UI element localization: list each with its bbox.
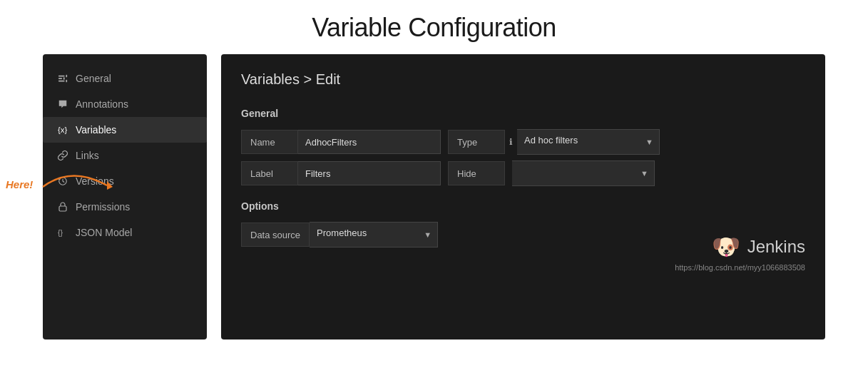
general-form-row-1: Name Type ℹ Ad hoc filters ▼ — [241, 129, 805, 155]
sidebar-item-permissions-label: Permissions — [76, 201, 130, 213]
sidebar-item-links-label: Links — [76, 150, 99, 161]
here-arrow — [36, 173, 121, 201]
svg-rect-7 — [59, 206, 66, 211]
sidebar-item-links[interactable]: Links — [43, 143, 207, 168]
here-annotation: Here! — [6, 178, 33, 190]
hide-select-value — [512, 161, 654, 185]
datasource-label: Data source — [241, 223, 310, 247]
link-icon — [57, 150, 68, 161]
type-select-value: Ad hoc filters — [517, 130, 659, 154]
label-field-row: Label — [241, 160, 441, 186]
general-form-grid: Name Type ℹ Ad hoc filters ▼ — [241, 129, 805, 186]
bottom-url: https://blog.csdn.net/myy1066883508 — [675, 263, 805, 272]
svg-marker-9 — [107, 181, 113, 190]
content-area: General Annotations {x} Variables — [0, 54, 868, 340]
jenkins-branding: 🐶 Jenkins https://blog.csdn.net/myy10668… — [675, 222, 805, 272]
svg-rect-3 — [66, 75, 67, 78]
datasource-select-value: Prometheus — [310, 223, 437, 247]
sidebar-item-json-model[interactable]: {} JSON Model — [43, 220, 207, 245]
sidebar-item-variables-label: Variables — [76, 124, 116, 136]
name-field-row: Name — [241, 129, 441, 155]
page-wrapper: Variable Configuration General — [0, 0, 868, 388]
name-input[interactable] — [298, 130, 441, 154]
label-input[interactable] — [298, 161, 441, 185]
page-title: Variable Configuration — [312, 13, 556, 43]
svg-rect-0 — [58, 76, 65, 77]
svg-rect-1 — [58, 78, 62, 79]
main-panel: Variables > Edit General Name Type ℹ — [221, 54, 825, 340]
hide-field-row: Hide ▼ — [448, 160, 655, 186]
jenkins-logo-area: 🐶 Jenkins — [712, 233, 805, 260]
svg-rect-2 — [58, 81, 65, 82]
type-field-row: Type ℹ Ad hoc filters ▼ — [448, 129, 660, 155]
code-icon: {} — [57, 227, 68, 238]
svg-rect-5 — [66, 80, 67, 83]
general-form-row-2: Label Hide ▼ — [241, 160, 805, 186]
general-section-title: General — [241, 108, 805, 119]
sidebar-item-annotations[interactable]: Annotations — [43, 91, 207, 117]
variables-icon: {x} — [57, 124, 68, 136]
hide-select-wrapper[interactable]: ▼ — [512, 160, 655, 186]
type-select-wrapper[interactable]: Ad hoc filters ▼ — [517, 129, 660, 155]
breadcrumb: Variables > Edit — [241, 71, 805, 88]
sidebar-item-annotations-label: Annotations — [76, 98, 128, 110]
lock-icon — [57, 201, 68, 213]
sliders-icon — [57, 73, 68, 84]
svg-text:{}: {} — [58, 228, 63, 237]
jenkins-icon: 🐶 — [712, 233, 740, 260]
here-text: Here! — [6, 178, 33, 190]
datasource-field-row: Data source Prometheus ▼ — [241, 222, 438, 247]
comment-icon — [57, 98, 68, 110]
svg-rect-4 — [63, 77, 65, 80]
name-label: Name — [241, 130, 298, 154]
label-label: Label — [241, 161, 298, 185]
sidebar-item-general[interactable]: General — [43, 66, 207, 91]
sidebar-item-json-model-label: JSON Model — [76, 227, 132, 238]
type-info-icon: ℹ — [509, 137, 513, 147]
datasource-select-wrapper[interactable]: Prometheus ▼ — [310, 222, 438, 247]
options-section-title: Options — [241, 200, 805, 212]
hide-label: Hide — [448, 161, 505, 185]
options-section: Options Data source Prometheus ▼ 🐶 — [241, 200, 805, 272]
sidebar-item-general-label: General — [76, 73, 111, 84]
options-row-area: Data source Prometheus ▼ 🐶 Jenkins https… — [241, 222, 805, 272]
jenkins-label: Jenkins — [747, 237, 805, 257]
sidebar-item-variables[interactable]: {x} Variables — [43, 117, 207, 143]
svg-text:{x}: {x} — [58, 126, 67, 134]
type-label: Type — [448, 130, 505, 154]
